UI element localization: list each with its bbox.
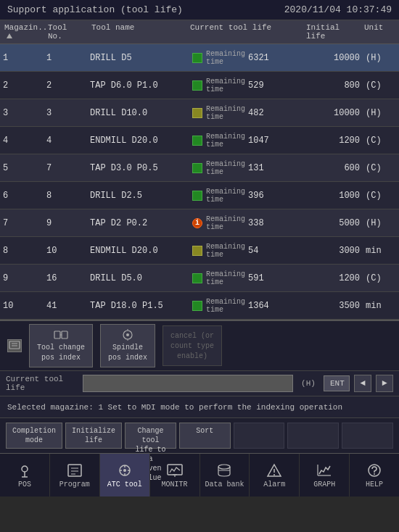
table-row[interactable]: 10 41 TAP D18.0 P1.5 Remaining time 1364… [0,292,399,320]
nav-item-program[interactable]: Program [50,454,100,496]
action-btn-4 [234,423,285,449]
col-magazine[interactable]: Magazin... [1,23,45,41]
status-indicator [192,162,203,174]
cell-toolno: 4 [44,134,87,147]
status-indicator [192,52,203,64]
ent-button[interactable]: ENT [324,375,350,391]
nav-item-atc[interactable]: ATC tool [100,454,150,496]
tool-life-input[interactable] [83,375,293,392]
cell-toolno: 2 [44,79,87,92]
cell-toolname: TAP D2 P0.2 [87,217,189,230]
status-green-icon [192,136,202,146]
cell-unit: (C) [363,189,399,202]
cell-toolname: TAP D3.0 P0.5 [87,162,189,175]
remaining-label: Remaining time [206,133,245,149]
nav-label-pos: POS [18,481,31,489]
cell-toolname: DRILL D2.5 [87,189,189,202]
action-btn-0[interactable]: Completion mode [6,423,62,449]
cell-toolname: DRILL D5.0 [87,272,189,285]
status-green-icon [192,301,202,311]
datetime: 2020/11/04 10:37:49 [284,4,392,15]
input-row: Current tool life (H) ENT ◄ ► [0,370,399,396]
table-row[interactable]: 7 9 TAP D2 P0.2 i Remaining time 338 500… [0,209,399,237]
remaining-label: Remaining time [206,188,245,204]
status-indicator [192,80,203,91]
program-icon [65,462,85,478]
cell-currentlife: Remaining time 591 [189,269,305,288]
cell-magazine: 3 [0,107,44,120]
cell-toolname: ENDMILL D20.0 [87,244,189,257]
nav-label-graph: GRAPH [313,481,335,489]
table-row[interactable]: 4 4 ENDMILL D20.0 Remaining time 1047 12… [0,127,399,154]
cell-currentlife: Remaining time 54 [189,241,305,260]
cell-initiallife: 800 [305,79,363,92]
cell-toolno: 16 [44,272,87,285]
action-btn-2[interactable]: Change tool life to a given value [125,423,176,449]
title-bar: Support application (tool life) 2020/11/… [0,0,399,20]
table-row[interactable]: 3 3 DRILL D10.0 Remaining time 482 10000… [0,99,399,127]
app-title: Support application (tool life) [7,4,183,15]
action-btn-3[interactable]: Sort [179,423,231,449]
cell-currentlife: Remaining time 1364 [189,296,305,315]
table-row[interactable]: 5 7 TAP D3.0 P0.5 Remaining time 131 600… [0,154,399,182]
cell-magazine: 9 [0,272,44,285]
next-arrow-btn[interactable]: ► [376,375,393,392]
life-value: 6321 [248,53,269,63]
action-btn-1[interactable]: Initialize life [65,423,122,449]
nav-item-pos[interactable]: POS [0,454,50,496]
table-row[interactable]: 2 2 TAP D6.0 P1.0 Remaining time 529 800… [0,72,399,99]
cell-toolname: ENDMILL D20.0 [87,134,189,147]
table-row[interactable]: 6 8 DRILL D2.5 Remaining time 396 1000 (… [0,182,399,209]
input-label: Current tool life [6,375,78,392]
prev-arrow-btn[interactable]: ◄ [354,375,371,392]
table-row[interactable]: 9 16 DRILL D5.0 Remaining time 591 1200 … [0,265,399,292]
life-value: 482 [248,108,264,118]
table-header: Magazin... Tool No. Tool name Current to… [0,20,399,44]
col-toolname: Tool name [89,23,187,41]
col-toolno: Tool No. [45,23,89,41]
nav-label-help: HELP [366,481,383,489]
alarm-icon [264,462,284,478]
remaining-label: Remaining time [206,50,245,66]
remaining-label: Remaining time [206,160,245,176]
cell-currentlife: i Remaining time 338 [189,214,305,233]
life-value: 591 [248,273,264,283]
nav-item-graph[interactable]: GRAPH [300,454,350,496]
cell-toolno: 9 [44,217,87,230]
nav-item-alarm[interactable]: Alarm [250,454,300,496]
spindle-btn[interactable]: Spindle pos index [100,324,155,368]
bottom-nav: POSProgramATC toolMONITRData bankAlarmGR… [0,453,399,496]
status-indicator [192,190,203,201]
cell-toolno: 7 [44,162,87,175]
nav-item-help[interactable]: HELP [350,454,399,496]
action-buttons: Completion modeInitialize lifeChange too… [0,418,399,453]
status-green-icon [192,273,202,283]
cell-unit: (H) [363,51,399,65]
nav-item-databank[interactable]: Data bank [200,454,250,496]
cell-unit: min [363,244,399,257]
nav-label-alarm: Alarm [263,481,285,489]
cell-magazine: 7 [0,217,44,230]
nav-item-monitr[interactable]: MONITR [150,454,200,496]
cell-currentlife: Remaining time 1047 [189,131,305,150]
cell-initiallife: 3000 [305,244,363,257]
remaining-label: Remaining time [206,105,245,121]
cell-unit: (C) [363,162,399,175]
status-indicator [192,273,203,284]
remaining-label: Remaining time [206,270,245,286]
cell-unit: (C) [363,79,399,92]
cell-toolname: TAP D6.0 P1.0 [87,79,189,92]
cancel-btn[interactable]: cancel (or count type enable) [163,325,222,367]
nav-label-atc: ATC tool [107,481,142,489]
col-currentlife: Current tool life [187,23,303,41]
cell-currentlife: Remaining time 482 [189,104,305,122]
svg-point-7 [126,333,129,336]
life-value: 1364 [248,301,269,311]
table-row[interactable]: 8 10 ENDMILL D20.0 Remaining time 54 300… [0,237,399,265]
table-row[interactable]: 1 1 DRILL D5 Remaining time 6321 10000 (… [0,44,399,72]
toolbar-icon [7,339,22,352]
monitr-icon [165,462,185,478]
svg-rect-0 [9,341,20,349]
tool-change-btn[interactable]: Tool change pos index [29,324,93,368]
cell-magazine: 4 [0,134,44,147]
